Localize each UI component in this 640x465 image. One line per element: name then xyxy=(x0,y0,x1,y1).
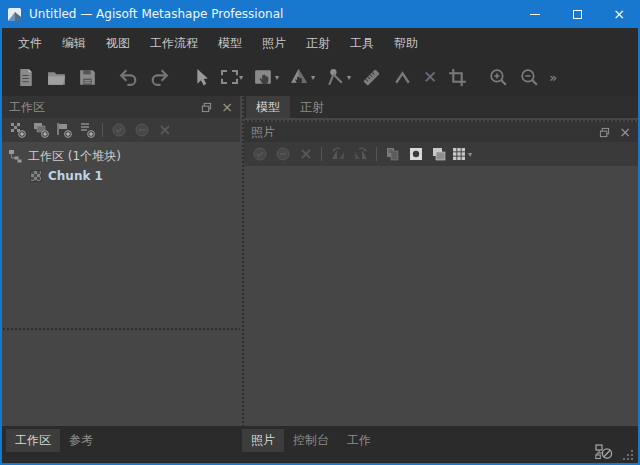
close-panel-button[interactable]: × xyxy=(619,125,631,139)
window-controls: × xyxy=(514,0,640,28)
point-tool-button[interactable]: ▾ xyxy=(322,63,354,91)
new-project-button[interactable] xyxy=(12,63,39,91)
redo-icon xyxy=(149,67,170,88)
tab-jobs[interactable]: 工作 xyxy=(338,429,380,452)
remove-x-icon xyxy=(298,146,314,162)
maximize-icon xyxy=(573,10,582,19)
zoom-out-button[interactable] xyxy=(516,63,543,91)
toolbar-overflow-button[interactable]: » xyxy=(549,70,557,85)
delete-button[interactable]: ✕ xyxy=(420,63,440,91)
tree-root-item[interactable]: 工作区 (1个堆块) xyxy=(2,146,240,166)
open-folder-icon xyxy=(46,67,67,88)
menu-file[interactable]: 文件 xyxy=(11,31,49,56)
zoom-in-button[interactable] xyxy=(485,63,512,91)
thumbnail-view-icon xyxy=(408,146,424,162)
disable-cameras-button[interactable] xyxy=(272,144,293,164)
select-tool-button[interactable] xyxy=(187,63,214,91)
add-folder-button[interactable] xyxy=(53,120,74,140)
grid-view-button[interactable]: ▾ xyxy=(451,144,472,164)
rotate-left-button[interactable] xyxy=(327,144,348,164)
angle-tool-button[interactable] xyxy=(389,63,416,91)
remove-button[interactable] xyxy=(154,120,175,140)
close-panel-button[interactable]: × xyxy=(221,100,233,114)
rotate-left-icon xyxy=(330,146,346,162)
angle-icon xyxy=(392,67,413,88)
menu-model[interactable]: 模型 xyxy=(211,31,249,56)
left-dock-tabs: 工作区 参考 xyxy=(2,429,242,452)
toolbar-separator xyxy=(376,147,377,161)
menu-edit[interactable]: 编辑 xyxy=(55,31,93,56)
photos-toolbar: ▾ xyxy=(244,142,638,166)
tree-chunk-item[interactable]: Chunk 1 xyxy=(2,166,240,186)
toolbar-separator xyxy=(321,147,322,161)
check-circle-icon xyxy=(252,146,268,162)
remove-cameras-button[interactable] xyxy=(295,144,316,164)
chunk-label: Chunk 1 xyxy=(48,169,103,183)
menu-workflow[interactable]: 工作流程 xyxy=(143,31,205,56)
save-icon xyxy=(77,67,98,88)
menu-tools[interactable]: 工具 xyxy=(343,31,381,56)
pan-hand-icon xyxy=(253,67,274,88)
add-photos-button[interactable] xyxy=(30,120,51,140)
chevron-down-icon: ▾ xyxy=(275,73,279,82)
enable-button[interactable] xyxy=(108,120,129,140)
add-chunk-button[interactable] xyxy=(7,120,28,140)
undo-button[interactable] xyxy=(115,63,142,91)
workspace-panel-header: 工作区 × xyxy=(2,96,240,118)
rotate-object-button[interactable]: ▾ xyxy=(286,63,318,91)
grid-view-icon xyxy=(451,146,467,162)
filter-photos-icon xyxy=(385,146,401,162)
remove-x-icon xyxy=(157,122,173,138)
minus-circle-icon xyxy=(275,146,291,162)
main-area: 工作区 × xyxy=(2,96,638,426)
menu-ortho[interactable]: 正射 xyxy=(299,31,337,56)
ruler-button[interactable] xyxy=(358,63,385,91)
save-project-button[interactable] xyxy=(74,63,101,91)
chevron-down-icon: ▾ xyxy=(239,73,243,82)
maximize-button[interactable] xyxy=(556,0,598,28)
close-icon: × xyxy=(613,7,625,21)
app-icon xyxy=(7,7,22,22)
ruler-icon xyxy=(361,67,382,88)
tab-console[interactable]: 控制台 xyxy=(284,429,338,452)
menu-photos[interactable]: 照片 xyxy=(255,31,293,56)
thumbnail-view-button[interactable] xyxy=(405,144,426,164)
redo-button[interactable] xyxy=(146,63,173,91)
float-icon xyxy=(599,127,610,138)
import-list-icon xyxy=(79,122,95,138)
pages-view-button[interactable] xyxy=(428,144,449,164)
tab-ortho[interactable]: 正射 xyxy=(290,96,334,118)
tab-workspace[interactable]: 工作区 xyxy=(6,429,60,452)
close-button[interactable]: × xyxy=(598,0,640,28)
filter-photos-button[interactable] xyxy=(382,144,403,164)
titlebar[interactable]: Untitled — Agisoft Metashape Professiona… xyxy=(0,0,640,28)
photos-content-area xyxy=(244,166,638,426)
tab-reference[interactable]: 参考 xyxy=(60,429,102,452)
crop-icon xyxy=(447,67,468,88)
tab-photos[interactable]: 照片 xyxy=(242,429,284,452)
workspace-panel-buttons: × xyxy=(201,100,233,114)
open-project-button[interactable] xyxy=(43,63,70,91)
import-button[interactable] xyxy=(76,120,97,140)
cursor-arrow-icon xyxy=(190,67,211,88)
rectangle-selection-button[interactable]: ▾ xyxy=(218,63,246,91)
menu-help[interactable]: 帮助 xyxy=(387,31,425,56)
rotate-right-icon xyxy=(353,146,369,162)
new-document-icon xyxy=(15,67,36,88)
navigation-tool-button[interactable]: ▾ xyxy=(250,63,282,91)
minimize-button[interactable] xyxy=(514,0,556,28)
zoom-in-icon xyxy=(488,67,509,88)
status-icons xyxy=(595,444,633,460)
network-disabled-icon[interactable] xyxy=(595,444,614,460)
enable-cameras-button[interactable] xyxy=(249,144,270,164)
tab-model[interactable]: 模型 xyxy=(246,96,290,118)
point-marker-icon xyxy=(325,67,346,88)
menu-view[interactable]: 视图 xyxy=(99,31,137,56)
disable-button[interactable] xyxy=(131,120,152,140)
rotate-right-button[interactable] xyxy=(350,144,371,164)
float-panel-button[interactable] xyxy=(599,127,610,138)
float-panel-button[interactable] xyxy=(201,102,212,113)
resize-grip[interactable] xyxy=(621,448,633,460)
crop-button[interactable] xyxy=(444,63,471,91)
workspace-panel-title: 工作区 xyxy=(9,99,45,116)
